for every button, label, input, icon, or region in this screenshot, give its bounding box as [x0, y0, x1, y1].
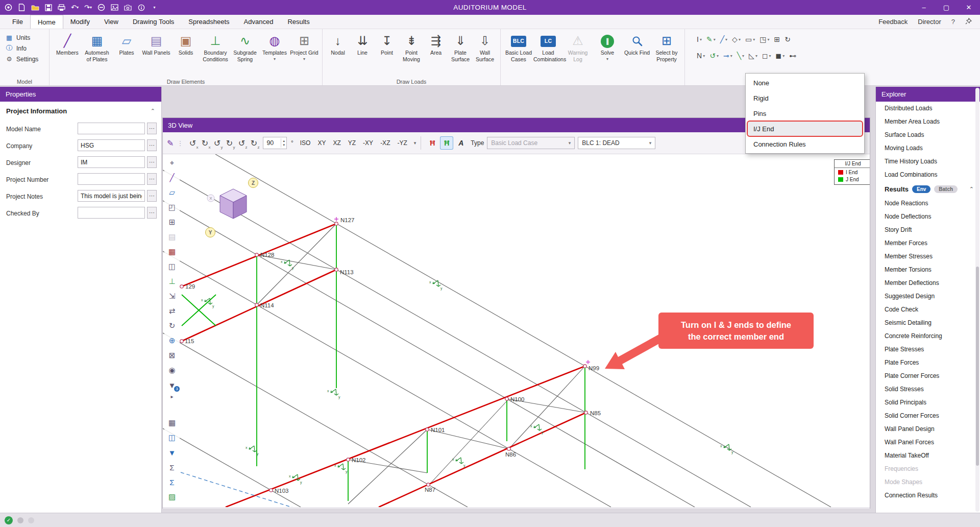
explorer-item-surface-loads[interactable]: Surface Loads — [876, 128, 980, 141]
explorer-item-plate-forces[interactable]: Plate Forces — [876, 356, 980, 369]
draw-member-tool[interactable]: ╱ — [165, 171, 179, 184]
close-button[interactable]: ✕ — [958, 0, 980, 15]
explorer-item-plate-corner-forces[interactable]: Plate Corner Forces — [876, 369, 980, 382]
rotate-z-button-4[interactable]: ↺z — [235, 136, 248, 150]
minimize-button[interactable]: – — [913, 0, 935, 15]
menu-item-rigid[interactable]: Rigid — [746, 90, 864, 106]
results-spreadsheet-tool[interactable]: ▦ — [165, 416, 179, 429]
node-marker[interactable] — [426, 428, 429, 431]
warning-log-button[interactable]: ⚠Warning Log — [563, 31, 593, 77]
units-button[interactable]: ▦Units — [3, 32, 46, 43]
quick-access-caret-icon[interactable]: ▾ — [150, 3, 159, 12]
node-marker[interactable] — [180, 340, 183, 343]
explorer-item-member-deflections[interactable]: Member Deflections — [876, 276, 980, 290]
lock-tool[interactable]: ⊠ — [165, 349, 179, 362]
camera-button[interactable] — [124, 3, 132, 12]
i-end-display-toggle[interactable]: Ħ — [426, 136, 439, 150]
selection-tool[interactable]: ⌖ — [165, 156, 179, 170]
snapshot-tool[interactable]: ◫ — [165, 431, 179, 444]
explorer-item-solid-principals[interactable]: Solid Principals — [876, 396, 980, 409]
rotate-y-button-2[interactable]: ↺y — [211, 136, 223, 150]
rotate-tool[interactable]: ↻ — [165, 319, 179, 332]
copy-region-tool[interactable]: ◳▾ — [758, 33, 771, 46]
rotate-view-tool[interactable]: ↺▾ — [708, 49, 720, 62]
area-button[interactable]: ⇶Area — [424, 31, 448, 77]
explorer-item-solid-stresses[interactable]: Solid Stresses — [876, 382, 980, 396]
designer-input[interactable] — [78, 156, 145, 168]
explorer-item-suggested-design[interactable]: Suggested Design — [876, 290, 980, 303]
node-marker[interactable] — [583, 365, 586, 368]
node-marker[interactable] — [427, 483, 430, 486]
rotate-z-button-5[interactable]: ↻z — [248, 136, 260, 150]
j-end-display-toggle[interactable]: Ħ — [440, 136, 453, 150]
model-canvas[interactable]: xyxyxyxyxyxyxyxyxyxyN127N128N113N1141291… — [163, 154, 870, 507]
orientation-cube[interactable]: Z X Y — [204, 176, 262, 242]
explorer-scrollbar[interactable] — [975, 88, 979, 512]
point-moving-button[interactable]: ⇟Point Moving — [399, 31, 424, 77]
project-grid-tool[interactable]: ⊞ — [165, 215, 179, 229]
explorer-item-story-drift[interactable]: Story Drift — [876, 223, 980, 236]
explorer-item-plate-stresses[interactable]: Plate Stresses — [876, 343, 980, 356]
tab-results[interactable]: Results — [280, 15, 316, 29]
node-marker[interactable] — [347, 458, 350, 461]
explorer-item-member-forces[interactable]: Member Forces — [876, 236, 980, 250]
draw-slope-tool[interactable]: ✎▾ — [705, 33, 717, 46]
checked-by-input[interactable] — [78, 207, 145, 219]
restore-button[interactable]: ▢ — [935, 0, 958, 15]
sum-batch-tool[interactable]: Σ — [165, 475, 179, 489]
add-element-tool[interactable]: ⊕ — [165, 334, 179, 347]
tab-modify[interactable]: Modify — [63, 15, 97, 29]
load-case-select[interactable]: BLC 1: DEAD▾ — [578, 137, 655, 149]
open-file-button[interactable] — [31, 3, 39, 12]
node-marker[interactable] — [335, 268, 338, 271]
node-marker[interactable] — [255, 303, 258, 306]
project-notes-input[interactable] — [78, 190, 145, 202]
tab-advanced[interactable]: Advanced — [237, 15, 281, 29]
automesh-of-plates-button[interactable]: ▦Automesh of Plates — [82, 31, 112, 77]
triangle-tool[interactable]: ◺▾ — [747, 49, 759, 62]
explorer-item-wall-panel-design[interactable]: Wall Panel Design — [876, 422, 980, 436]
dimension-tool[interactable]: ⊷ — [788, 49, 798, 62]
member-end-release-tool[interactable]: ⊸▾ — [722, 49, 734, 62]
view-xz-button[interactable]: XZ — [329, 137, 344, 149]
polygon-select-tool[interactable]: ◇▾ — [730, 33, 742, 46]
explorer-item-load-combinations[interactable]: Load Combinations — [876, 168, 980, 181]
expand-more-2[interactable]: ▸ — [165, 505, 179, 507]
model-name-input[interactable] — [78, 123, 145, 134]
templates-button[interactable]: ◍Templates▾ — [260, 31, 289, 77]
box-select-tool[interactable]: ▭▾ — [744, 33, 756, 46]
company-input[interactable] — [78, 139, 145, 151]
node-marker[interactable] — [507, 447, 510, 450]
node-marker[interactable] — [335, 222, 338, 225]
image-capture-button[interactable] — [110, 3, 119, 12]
explorer-scrollbar-thumb[interactable] — [976, 267, 979, 466]
explorer-item-wall-panel-forces[interactable]: Wall Panel Forces — [876, 436, 980, 449]
axis-z-label[interactable]: Z — [252, 180, 255, 186]
rotate-x-button-0[interactable]: ↺x — [186, 136, 199, 150]
explorer-item-member-torsions[interactable]: Member Torsions — [876, 263, 980, 276]
plates-button[interactable]: ▱Plates — [112, 31, 141, 77]
explorer-item-node-deflections[interactable]: Node Deflections — [876, 210, 980, 223]
label-display-toggle[interactable]: A — [454, 136, 468, 150]
new-file-button[interactable] — [17, 3, 26, 12]
dark-box-tool[interactable]: ◼▾ — [774, 49, 787, 62]
spinner-arrows-icon[interactable]: ▴▾ — [281, 138, 286, 147]
view-yz-button[interactable]: YZ — [345, 137, 359, 149]
view-xy-button[interactable]: XY — [314, 137, 329, 149]
menu-item-pins[interactable]: Pins — [746, 106, 864, 121]
split-view-tool[interactable]: ◫ — [165, 260, 179, 273]
explorer-item-seismic-detailing[interactable]: Seismic Detailing — [876, 316, 980, 329]
batch-toggle[interactable]: Batch — [934, 185, 958, 193]
company-browse-button[interactable]: ⋯ — [147, 139, 157, 151]
project-grid-button[interactable]: ⊞Project Grid▾ — [289, 31, 319, 77]
draw-plate-tool[interactable]: ▱ — [165, 186, 179, 199]
point-button[interactable]: ↧Point — [375, 31, 399, 77]
view-yz-button[interactable]: -YZ — [394, 137, 410, 149]
model-member-line[interactable] — [163, 428, 301, 507]
menu-item-i-j-end[interactable]: I/J End — [748, 122, 862, 136]
draw-line-tool[interactable]: ╱▾ — [719, 33, 729, 46]
remove-button[interactable] — [97, 3, 106, 12]
pin-ribbon-icon[interactable] — [965, 18, 972, 26]
tab-home[interactable]: Home — [30, 15, 63, 29]
axis-x-label[interactable]: X — [209, 196, 212, 201]
